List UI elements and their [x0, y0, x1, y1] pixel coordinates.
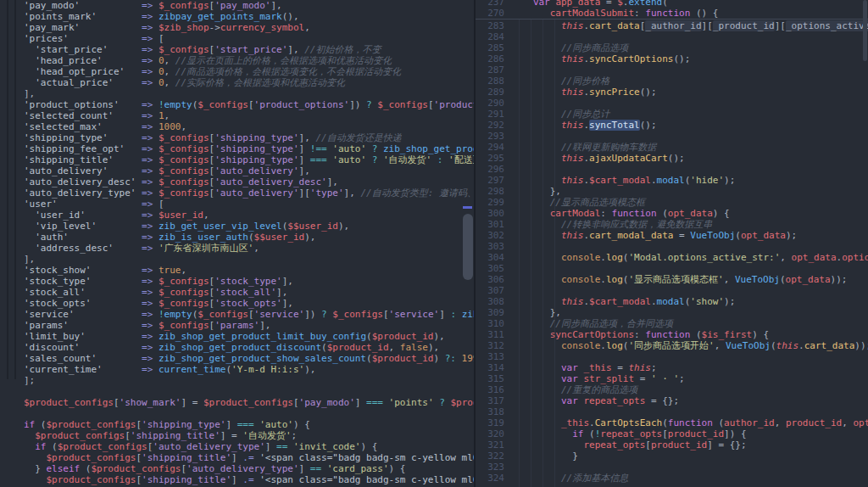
line-number[interactable]: 306 [476, 274, 516, 285]
code-line[interactable]: 'start_price' => $_configs['start_price'… [0, 44, 474, 55]
code-line[interactable]: 283 this.cart_data[_author_id][_product_… [476, 20, 868, 31]
code-line[interactable]: $product_configs['shipping_title'] .= '<… [0, 452, 474, 463]
code-line[interactable]: 'pay_mark' => $zib_shop->currency_symbol… [0, 22, 474, 33]
line-number[interactable]: 288 [476, 76, 516, 87]
line-number[interactable]: 301 [476, 219, 516, 230]
code-line[interactable]: 'stock_type' => $_configs['stock_type'], [0, 276, 474, 287]
code-line[interactable]: 'shipping_type' => $_configs['shipping_t… [0, 132, 474, 143]
code-line[interactable]: } elseif ($product_configs['auto_deliver… [0, 463, 474, 474]
code-line[interactable]: 301 //转换非响应式数据，避免数据互串 [476, 219, 868, 230]
line-number[interactable]: 310 [476, 318, 516, 329]
line-number[interactable]: 319 [476, 417, 516, 428]
line-number[interactable]: 293 [476, 131, 516, 142]
code-line[interactable]: 311 syncCartOptions: function ($is_first… [476, 329, 868, 340]
code-line[interactable]: 'shipping_fee_opt' => $_configs['shippin… [0, 143, 474, 154]
code-line[interactable]: 291 //同步总计 [476, 109, 868, 120]
line-number[interactable]: 296 [476, 164, 516, 175]
code-line[interactable]: 320 if (!repeat_opts[product_id]) { [476, 428, 868, 439]
line-number[interactable]: 320 [476, 428, 516, 439]
code-line[interactable]: 288 //同步价格 [476, 76, 868, 87]
code-line[interactable] [0, 386, 474, 397]
code-line[interactable]: 312 console.log('同步商品选项开始', VueToObj(thi… [476, 340, 868, 351]
code-line[interactable]: 'prices' => [ [0, 33, 474, 44]
line-number[interactable]: 305 [476, 263, 516, 274]
line-number[interactable]: 284 [476, 31, 516, 42]
code-line[interactable]: 305 [476, 263, 868, 274]
code-line[interactable]: 'auth' => zib_is_user_auth($$user_id), [0, 232, 474, 243]
code-line[interactable]: 'user_id' => $user_id, [0, 210, 474, 221]
code-line[interactable]: 'params' => $_configs['params'], [0, 320, 474, 331]
line-number[interactable]: 307 [476, 285, 516, 296]
line-number[interactable]: 298 [476, 186, 516, 197]
code-line[interactable]: $product_configs['shipping_title'] .= '<… [0, 474, 474, 485]
code-line[interactable]: 'auto_delivery' => $_configs['auto_deliv… [0, 165, 474, 176]
line-number[interactable]: 322 [476, 451, 516, 462]
code-line[interactable]: $product_configs['show_mark'] = $product… [0, 397, 474, 408]
code-line[interactable]: 'selected_count' => 1, [0, 110, 474, 121]
code-line[interactable]: 'current_time' => current_time('Y-m-d H:… [0, 364, 474, 375]
code-line[interactable]: 317 var repeat_opts = {}; [476, 395, 868, 406]
line-number[interactable]: 290 [476, 98, 516, 109]
code-line[interactable]: 309 }, [476, 307, 868, 318]
code-line[interactable]: 284 [476, 31, 868, 42]
line-number[interactable]: 321 [476, 439, 516, 451]
right-pane-scrollbar-thumb[interactable] [863, 0, 867, 61]
code-line[interactable]: 318 [476, 406, 868, 417]
left-editor-pane-php[interactable]: 'pay_modo' => $_configs['pay_modo'],'poi… [0, 0, 474, 487]
code-line[interactable]: 306 console.log('显示商品选项模态框', VueToObj(op… [476, 274, 868, 285]
code-line[interactable]: 'sales_count' => zib_shop_get_product_sh… [0, 353, 474, 364]
code-line[interactable] [0, 408, 474, 419]
code-line[interactable]: 295 this.ajaxUpdataCart(); [476, 153, 868, 164]
code-line[interactable]: 310 //同步商品选项，合并同选项 [476, 318, 868, 329]
line-number[interactable]: 317 [476, 395, 516, 406]
line-number[interactable]: 304 [476, 252, 516, 263]
line-number[interactable]: 289 [476, 87, 516, 98]
line-number[interactable]: 286 [476, 53, 516, 64]
code-line[interactable]: 'stock_opts' => $_configs['stock_opts'], [0, 298, 474, 309]
code-line[interactable]: ]; [0, 375, 474, 386]
line-number[interactable]: 302 [476, 230, 516, 241]
line-number[interactable]: 291 [476, 109, 516, 120]
code-line[interactable]: 'service' => !empty($_configs['service']… [0, 309, 474, 320]
code-line[interactable]: 270 cartModalSubmit: function () { [476, 8, 868, 19]
code-line[interactable]: 315 var str_split = ' · '; [476, 373, 868, 384]
code-line[interactable]: 303 [476, 241, 868, 252]
code-line[interactable]: 296 [476, 164, 868, 175]
code-line[interactable]: 298 }, [476, 186, 868, 197]
code-line[interactable]: 319 _this.CartOptsEach(function (author_… [476, 417, 868, 428]
line-number[interactable]: 324 [476, 473, 516, 484]
line-number[interactable]: 237 [476, 0, 516, 8]
line-number[interactable]: 315 [476, 373, 516, 384]
code-line[interactable]: 'discount' => zib_shop_get_product_disco… [0, 342, 474, 353]
left-pane-scrollbar-thumb[interactable] [463, 214, 473, 280]
code-line[interactable]: 302 this.cart_modal_data = VueToObj(opt_… [476, 230, 868, 241]
line-number[interactable]: 297 [476, 175, 516, 186]
line-number[interactable]: 283 [476, 20, 516, 31]
code-line[interactable]: 'head_opt_price' => 0, //商品选项价格，会根据选项变化，… [0, 66, 474, 77]
code-line[interactable]: ], [0, 88, 474, 99]
code-line[interactable]: 'shipping_title' => $_configs['shipping_… [0, 154, 474, 165]
code-line[interactable]: 313 [476, 351, 868, 362]
line-number[interactable]: 316 [476, 384, 516, 395]
code-line[interactable]: 322 } [476, 451, 868, 462]
line-number[interactable]: 308 [476, 296, 516, 307]
code-line[interactable]: 'head_price' => 0, //显示在页面上的价格，会根据选项和优惠活… [0, 55, 474, 66]
code-line[interactable]: 299 //显示商品选项模态框 [476, 197, 868, 208]
line-number[interactable]: 270 [476, 8, 516, 19]
line-number[interactable]: 323 [476, 462, 516, 473]
code-line[interactable]: 'selected_max' => 1000, [0, 121, 474, 132]
code-line[interactable]: $product_configs['shipping_title'] = '自动… [0, 430, 474, 441]
code-line[interactable]: 237 var app_data = $.extend( [476, 0, 868, 8]
code-line[interactable]: 285 //同步商品选项 [476, 42, 868, 53]
line-number[interactable]: 299 [476, 197, 516, 208]
code-line[interactable]: 'address_desc' => '广东省深圳市南山区', [0, 243, 474, 254]
code-line[interactable]: ], [0, 254, 474, 265]
code-line[interactable]: 'auto_delivery_desc' => $_configs['auto_… [0, 176, 474, 188]
code-line[interactable]: 300 cartModal: function (opt_data) { [476, 208, 868, 219]
code-line[interactable]: 304 console.log('Modal.options_active_st… [476, 252, 868, 263]
code-line[interactable]: 314 var _this = this; [476, 362, 868, 373]
line-number[interactable]: 300 [476, 208, 516, 219]
code-line[interactable]: 'product_options' => !empty($_configs['p… [0, 99, 474, 110]
code-line[interactable]: 308 this.$cart_modal.modal('show'); [476, 296, 868, 307]
code-line[interactable]: 292 this.syncTotal(); [476, 120, 868, 131]
